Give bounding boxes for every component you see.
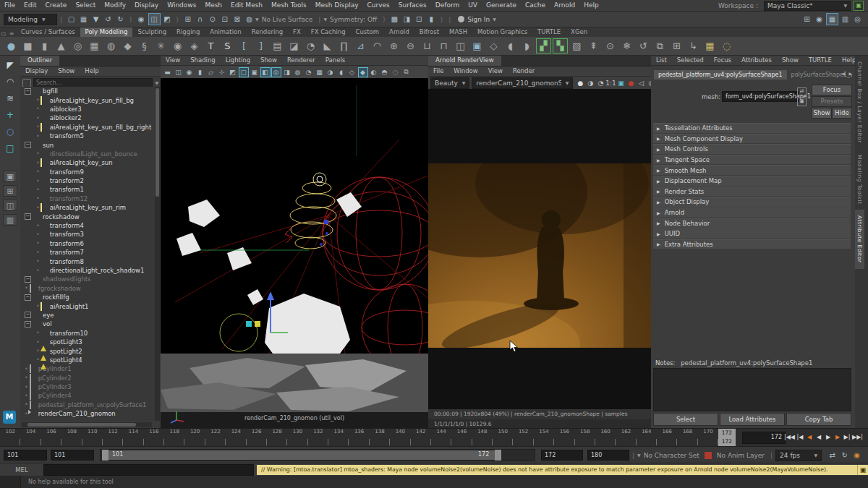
outliner-item-transform5[interactable]: •transform5 (20, 132, 155, 140)
relax-icon[interactable]: ◗ (519, 38, 535, 53)
layout-single-icon[interactable]: ▣ (3, 171, 17, 182)
outliner-item-aiblocker2[interactable]: •aiblocker2 (20, 114, 155, 122)
outliner-horizontal-scrollbar[interactable] (22, 422, 152, 427)
render-settings-icon[interactable]: ⊡ (414, 14, 425, 25)
menu-deform[interactable]: Deform (431, 0, 464, 11)
outliner-title[interactable]: Outliner (20, 56, 59, 66)
cylinder-icon[interactable]: ▮ (37, 38, 52, 53)
time-tick-166[interactable]: 166 (657, 429, 677, 447)
cone-icon[interactable]: ▲ (54, 38, 69, 53)
rotate-tool-icon[interactable]: ○ (3, 124, 17, 139)
time-tick-122[interactable]: 122 (205, 429, 226, 447)
playback-end-field[interactable]: 172 (541, 450, 583, 461)
audio-icon[interactable]: ◁ (636, 78, 646, 88)
outliner-item-transform8[interactable]: •transform8 (20, 257, 155, 265)
menu-select[interactable]: Select (71, 0, 100, 11)
vertical-tab-channel-box-layer-editor[interactable]: Channel Box / Layer Editor (855, 56, 864, 149)
outliner-menu-display[interactable]: Display (20, 67, 53, 76)
outliner-item-transform9[interactable]: •transform9 (20, 168, 155, 176)
edge-loop-icon[interactable]: ▤ (270, 38, 285, 53)
symmetrize-icon[interactable]: ▞ (536, 38, 551, 53)
torus-icon[interactable]: ◎ (70, 38, 85, 53)
mel-command-input[interactable] (43, 464, 254, 476)
time-tick-134[interactable]: 134 (328, 429, 349, 447)
text-tool-icon[interactable]: T (203, 38, 218, 53)
time-tick-156[interactable]: 156 (554, 429, 574, 447)
tab-scroll-right-icon[interactable]: ▶ (848, 71, 852, 76)
shelf-tab-turtle[interactable]: TURTLE (532, 27, 566, 37)
zoom-ratio-label[interactable]: 1:1 (605, 78, 616, 88)
range-bar[interactable]: 101 172 (100, 449, 535, 461)
section-mesh-controls[interactable]: ▶Mesh Controls (653, 144, 851, 154)
attribute-editor-toggle-icon[interactable]: ▥ (840, 14, 851, 25)
character-set-label[interactable]: No Character Set (644, 452, 699, 459)
cube-icon[interactable]: ■ (20, 38, 35, 53)
depth-of-field-icon[interactable]: ◑ (326, 67, 336, 77)
time-tick-124[interactable]: 124 (226, 429, 246, 447)
expand-collapse-icon[interactable]: − (25, 276, 31, 283)
presets-button[interactable]: Presets (812, 96, 852, 107)
multicut-icon[interactable]: ◪ (286, 38, 302, 53)
image-plane-icon[interactable]: ▱ (206, 67, 216, 77)
live-surface-label[interactable]: No Live Surface (262, 16, 313, 23)
svg-tool-icon[interactable]: S (220, 38, 235, 53)
step-forward-key-button[interactable]: ▶| (843, 430, 851, 444)
new-scene-icon[interactable]: ▢ (66, 14, 77, 25)
camera-attributes-icon[interactable]: ◉ (184, 67, 195, 77)
anim-layer-icon[interactable] (705, 452, 712, 459)
outliner-item-pcylinder3[interactable]: •pCylinder3 (20, 382, 155, 391)
retopo-icon[interactable]: ▚ (553, 38, 568, 53)
section-uuid[interactable]: ▶UUID (653, 228, 851, 239)
workspace-select[interactable]: Maya Classic* ▼ (764, 1, 851, 11)
outliner-item-rockfillfg[interactable]: −rockfillfg (20, 293, 155, 301)
viewport-menu-shading[interactable]: Shading (185, 56, 221, 65)
menu-surfaces[interactable]: Surfaces (394, 0, 431, 11)
shadows-icon[interactable]: ◨ (282, 67, 292, 77)
menu-edit-mesh[interactable]: Edit Mesh (226, 0, 267, 11)
textured-icon[interactable]: ◧ (260, 67, 271, 77)
modeling-toolkit-toggle-icon[interactable]: ⊞ (801, 14, 812, 25)
viewport-menu-lighting[interactable]: Lighting (221, 56, 255, 65)
time-tick-160[interactable]: 160 (595, 429, 616, 447)
select-component-icon[interactable]: ◩ (162, 14, 173, 25)
abort-render-icon[interactable]: ● (626, 78, 636, 88)
lattice-icon[interactable]: ▦ (702, 38, 718, 53)
time-tick-102[interactable]: 102 (0, 429, 20, 447)
menu-uv[interactable]: UV (464, 0, 482, 11)
snap-grid-icon[interactable]: ⊞ (182, 14, 193, 25)
bevel-icon[interactable]: ◣ (320, 38, 335, 53)
outliner-menu-show[interactable]: Show (53, 67, 80, 76)
outliner-item-aiarealight-key-sun-fill-bg-right[interactable]: •aiAreaLight_key_sun_fill_bg_right (20, 123, 155, 132)
range-start-handle[interactable] (102, 450, 109, 461)
select-tool-icon[interactable]: ◤ (3, 58, 17, 72)
plane-icon[interactable]: ▦ (87, 38, 102, 53)
shelf-tab-animation[interactable]: Animation (205, 27, 246, 37)
outliner-item-bgfill[interactable]: −bgfill (20, 87, 155, 95)
time-tick-118[interactable]: 118 (164, 429, 184, 447)
shelf-gear-icon[interactable]: ≡ (7, 30, 16, 37)
undo-icon[interactable]: ↺ (103, 14, 114, 25)
outliner-item-rockshadow[interactable]: −rockshadow (20, 212, 155, 221)
renderview-title[interactable]: Arnold RenderView (428, 56, 501, 66)
show-output-icon[interactable]: ▣ (797, 98, 807, 106)
curve-bracket2-icon[interactable]: ] (253, 38, 268, 53)
shelf-tab-rendering[interactable]: Rendering (247, 27, 288, 37)
load-attributes-button[interactable]: Load Attributes (720, 413, 785, 426)
playback-start-field[interactable]: 101 (51, 450, 94, 461)
shelf-tab-poly-modeling[interactable]: Poly Modeling (80, 27, 133, 37)
section-render-stats[interactable]: ▶Render Stats (653, 187, 851, 197)
outliner-item-transform2[interactable]: •transform2 (20, 176, 155, 185)
exposure-icon[interactable]: ◐ (369, 67, 379, 77)
time-tick-170[interactable]: 170 (698, 429, 718, 447)
parent-icon[interactable]: ↳ (686, 38, 701, 53)
viewport-canvas[interactable]: renderCam_210_gnomon (util_vol) (161, 78, 428, 428)
disc-icon[interactable]: ◍ (103, 38, 119, 53)
ae-menu-selected[interactable]: Selected (672, 56, 709, 65)
sign-in-button[interactable]: Sign In ▼ (458, 16, 495, 23)
tool-settings-toggle-icon[interactable]: ◎ (852, 14, 863, 25)
snap-point-icon[interactable]: ⊙ (207, 14, 218, 25)
time-tick-104[interactable]: 104 (20, 429, 41, 447)
shelf-menu-icon[interactable]: ▭ (0, 30, 7, 37)
outliner-item-transform12[interactable]: •transform12 (20, 194, 155, 203)
humanik-toggle-icon[interactable]: ◉ (814, 14, 825, 25)
